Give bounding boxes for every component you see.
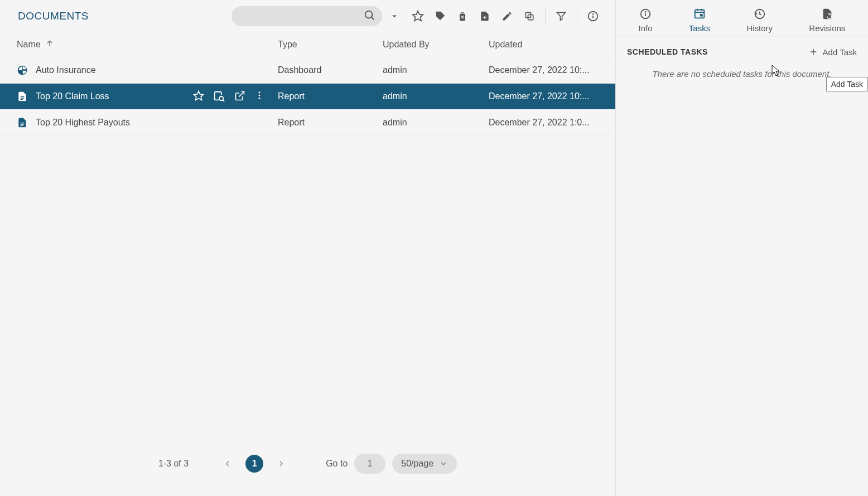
tab-tasks[interactable]: Tasks [684,8,715,33]
column-name-label: Name [17,40,41,50]
svg-marker-2 [413,11,423,21]
search-input[interactable] [232,6,382,26]
svg-rect-20 [695,10,705,18]
sidebar-tabs: Info Tasks History Revisions [616,0,868,37]
details-sidebar: Info Tasks History Revisions SCHEDULED T… [616,0,868,496]
tab-history[interactable]: History [742,8,777,33]
info-button[interactable] [584,7,602,25]
column-header-updatedby[interactable]: Updated By [383,40,489,50]
row-name: Top 20 Claim Loss [36,91,109,101]
goto-input[interactable]: 1 [354,454,385,474]
row-updatedby: admin [383,91,489,101]
add-task-label: Add Task [823,47,857,57]
row-name: Auto Insurance [36,65,96,75]
main-panel: DOCUMENTS [0,0,616,496]
toolbar-divider [545,8,546,24]
row-name: Top 20 Highest Payouts [36,118,130,128]
add-task-tooltip: Add Task [826,77,868,91]
table-row[interactable]: Top 20 Claim Loss [0,84,615,110]
revisions-icon [821,8,833,20]
row-type: Report [278,118,383,128]
table-header: Name Type Updated By Updated [0,32,615,57]
svg-line-12 [223,100,224,101]
tab-label: Info [639,23,653,33]
sort-ascending-icon [45,39,54,50]
column-header-updated[interactable]: Updated [489,40,615,50]
documents-table: Name Type Updated By Updated Auto I [0,32,615,496]
column-header-type[interactable]: Type [278,40,383,50]
row-actions [193,90,278,103]
svg-point-16 [259,98,261,99]
svg-point-11 [219,96,223,100]
svg-rect-24 [700,14,703,17]
next-page-button[interactable] [272,455,290,473]
svg-marker-5 [557,12,566,20]
svg-line-13 [239,92,244,97]
export-button[interactable] [476,7,494,25]
row-type: Report [278,91,383,101]
empty-tasks-message: There are no scheduled tasks for this do… [627,69,857,79]
favorite-button[interactable] [409,7,427,25]
table-row[interactable]: Top 20 Highest Payouts Report admin Dece… [0,110,615,136]
pagination-range: 1-3 of 3 [158,459,189,469]
toolbar [232,6,602,26]
search-dropdown-button[interactable] [385,7,403,25]
table-row[interactable]: Auto Insurance Dashboard admin December … [0,57,615,84]
goto-label: Go to [326,459,348,469]
prev-page-button[interactable] [219,455,237,473]
search-icon [363,9,375,23]
pagination: 1-3 of 3 1 Go to 1 50/page [0,440,615,496]
svg-point-19 [645,12,646,12]
row-preview-button[interactable] [213,90,225,103]
chevron-down-icon [439,459,448,468]
row-more-button[interactable] [254,90,264,103]
row-open-button[interactable] [234,90,245,103]
svg-point-15 [259,95,261,96]
delete-button[interactable] [454,7,471,25]
tag-button[interactable] [431,7,449,25]
row-favorite-button[interactable] [193,90,204,103]
page-title: DOCUMENTS [18,10,89,22]
tab-revisions[interactable]: Revisions [804,8,850,33]
svg-line-1 [372,17,374,20]
svg-point-14 [259,91,261,93]
copy-button[interactable] [520,7,538,25]
tab-info[interactable]: Info [634,8,657,33]
history-icon [754,8,766,20]
column-header-name[interactable]: Name [0,39,278,50]
svg-marker-10 [194,91,204,100]
svg-point-8 [593,14,594,14]
scheduled-tasks-title: SCHEDULED TASKS [627,47,708,56]
info-icon [639,8,652,20]
row-updated: December 27, 2022 1:0... [489,118,615,128]
report-icon [17,91,28,102]
row-type: Dashboard [278,65,383,75]
toolbar-divider [577,8,577,24]
per-page-select[interactable]: 50/page [392,454,457,474]
tab-label: Tasks [689,23,710,33]
row-updatedby: admin [383,65,489,75]
report-icon [17,117,28,128]
plus-icon [808,47,818,57]
row-updatedby: admin [383,118,489,128]
top-bar: DOCUMENTS [0,0,615,32]
add-task-button[interactable]: Add Task [808,47,857,57]
filter-button[interactable] [552,7,570,25]
toolbar-icons [409,7,602,25]
row-updated: December 27, 2022 10:... [489,65,615,75]
tab-label: Revisions [809,23,845,33]
row-updated: December 27, 2022 10:... [489,91,615,101]
edit-button[interactable] [498,7,516,25]
table-body: Auto Insurance Dashboard admin December … [0,57,615,440]
current-page[interactable]: 1 [245,455,263,473]
tasks-icon [693,8,706,20]
tab-label: History [746,23,773,33]
dashboard-icon [17,65,28,76]
svg-point-0 [365,11,373,18]
